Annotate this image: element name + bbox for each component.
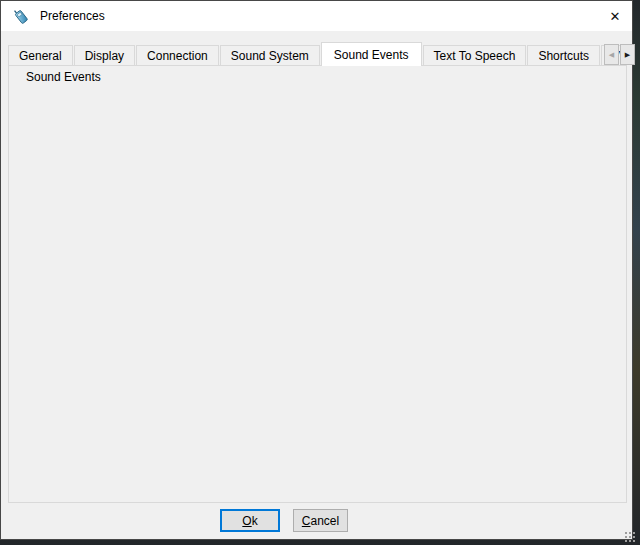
- chevron-right-icon: ▶: [625, 51, 630, 58]
- chevron-left-icon: ◀: [609, 51, 614, 58]
- tab-bar: GeneralDisplayConnectionSound SystemSoun…: [8, 42, 620, 66]
- preferences-window: Preferences ✕ GeneralDisplayConnectionSo…: [0, 0, 633, 540]
- groupbox-title: Sound Events: [22, 70, 105, 84]
- cancel-button[interactable]: Cancel: [293, 509, 348, 532]
- tab-connection[interactable]: Connection: [136, 45, 219, 65]
- desktop-background: Preferences ✕ GeneralDisplayConnectionSo…: [0, 0, 640, 545]
- tab-display[interactable]: Display: [74, 45, 135, 65]
- tab-scroll-left-button[interactable]: ◀: [604, 44, 619, 65]
- tab-general[interactable]: General: [8, 45, 73, 65]
- close-button[interactable]: ✕: [598, 1, 632, 31]
- resize-grip-icon[interactable]: [625, 532, 627, 534]
- tab-text-to-speech[interactable]: Text To Speech: [423, 45, 527, 65]
- cancel-button-label: Cancel: [294, 514, 347, 528]
- title-bar: Preferences ✕: [1, 1, 632, 31]
- ok-button[interactable]: Ok: [220, 509, 280, 532]
- app-icon: [12, 7, 30, 25]
- tab-sound-system[interactable]: Sound System: [220, 45, 320, 65]
- tab-sound-events[interactable]: Sound Events: [321, 42, 422, 66]
- ok-button-label: Ok: [222, 514, 278, 528]
- window-title: Preferences: [40, 9, 105, 23]
- tab-shortcuts[interactable]: Shortcuts: [527, 45, 600, 65]
- tab-scroll-right-button[interactable]: ▶: [620, 44, 635, 65]
- sound-events-tab-panel: [8, 65, 627, 503]
